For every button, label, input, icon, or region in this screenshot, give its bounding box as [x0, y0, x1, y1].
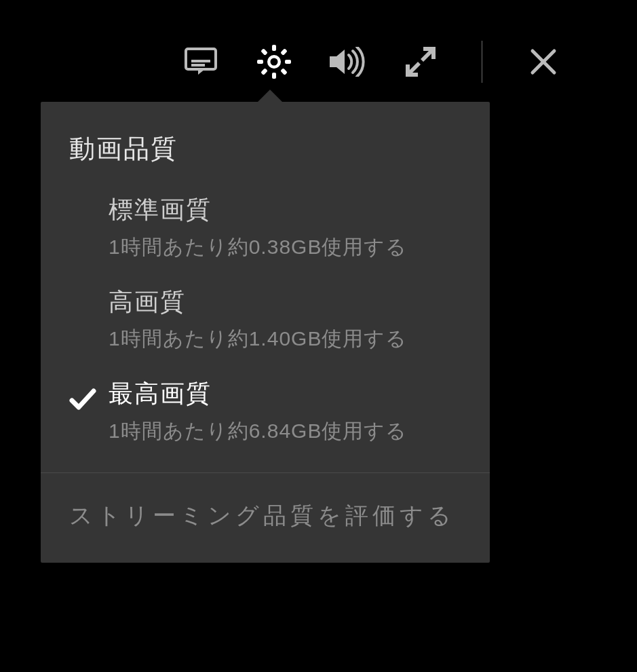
svg-rect-7	[280, 48, 288, 56]
option-desc: 1時間あたり約0.38GB使用する	[109, 234, 407, 261]
svg-rect-9	[260, 48, 268, 56]
player-toolbar	[0, 41, 637, 83]
quality-option-standard[interactable]: 標準画質 1時間あたり約0.38GB使用する	[41, 181, 490, 274]
quality-option-best[interactable]: 最高画質 1時間あたり約6.84GB使用する	[41, 365, 490, 458]
close-button[interactable]	[524, 43, 562, 81]
fullscreen-icon	[406, 47, 436, 77]
volume-icon	[328, 47, 366, 77]
option-title: 最高画質	[109, 377, 407, 411]
quality-settings-popover: 動画品質 標準画質 1時間あたり約0.38GB使用する 高画質 1時間あたり約1…	[41, 102, 490, 563]
svg-rect-5	[257, 60, 263, 64]
svg-rect-10	[280, 68, 288, 75]
volume-button[interactable]	[328, 43, 366, 81]
option-desc: 1時間あたり約6.84GB使用する	[109, 417, 407, 445]
svg-rect-4	[272, 73, 276, 79]
option-title: 標準画質	[109, 193, 407, 227]
option-desc: 1時間あたり約1.40GB使用する	[109, 325, 407, 353]
fullscreen-button[interactable]	[402, 43, 440, 81]
popover-heading: 動画品質	[41, 102, 490, 181]
rate-streaming-quality-link[interactable]: ストリーミング品質を評価する	[41, 473, 490, 563]
subtitle-icon	[185, 48, 217, 76]
option-title: 高画質	[109, 286, 407, 319]
subtitles-button[interactable]	[182, 43, 220, 81]
toolbar-separator	[482, 41, 482, 83]
check-icon	[68, 377, 109, 414]
quality-option-high[interactable]: 高画質 1時間あたり約1.40GB使用する	[41, 274, 490, 366]
close-icon	[530, 48, 557, 75]
settings-button[interactable]	[255, 43, 293, 81]
svg-rect-6	[285, 60, 291, 64]
svg-rect-3	[272, 45, 276, 51]
svg-rect-8	[260, 68, 268, 75]
gear-icon	[257, 45, 291, 79]
